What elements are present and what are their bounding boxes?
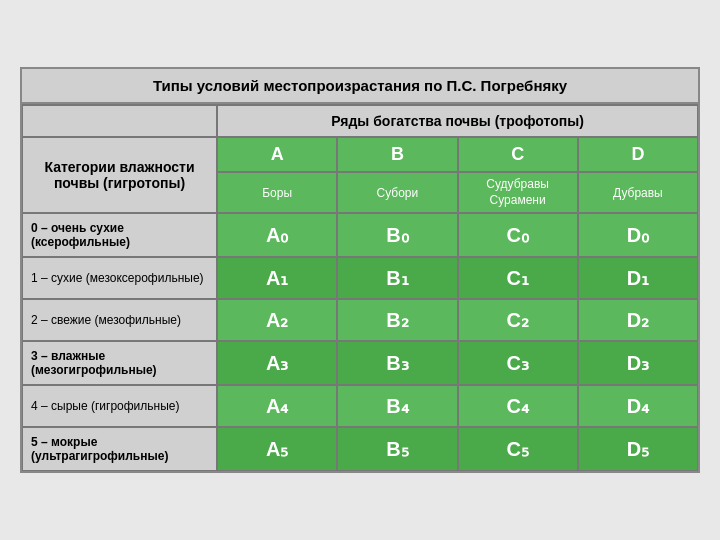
cell-A5: А₅ (217, 427, 337, 471)
cell-B1: В₁ (337, 257, 457, 299)
cell-C5: С₅ (458, 427, 578, 471)
cell-B4: В₄ (337, 385, 457, 427)
col-header-B: В (337, 137, 457, 172)
cell-C3: С₃ (458, 341, 578, 385)
cell-D4: D₄ (578, 385, 698, 427)
cell-B3: В₃ (337, 341, 457, 385)
col-header-A: А (217, 137, 337, 172)
category-label: Категории влажности почвы (гигротопы) (22, 137, 217, 213)
col-header-C: С (458, 137, 578, 172)
cell-D5: D₅ (578, 427, 698, 471)
col-sub-C: Судубравы Сурамени (458, 172, 578, 213)
row-label-0: 0 – очень сухие (ксерофильные) (22, 213, 217, 257)
cell-C1: С₁ (458, 257, 578, 299)
col-sub-D: Дубравы (578, 172, 698, 213)
cell-A2: А₂ (217, 299, 337, 341)
corner-empty (22, 105, 217, 137)
main-title: Типы условий местопроизрастания по П.С. … (22, 69, 698, 104)
cell-D2: D₂ (578, 299, 698, 341)
cell-B5: В₅ (337, 427, 457, 471)
row-label-3: 3 – влажные (мезогигрофильные) (22, 341, 217, 385)
cell-A1: А₁ (217, 257, 337, 299)
cell-D1: D₁ (578, 257, 698, 299)
cell-B0: В₀ (337, 213, 457, 257)
cell-D0: D₀ (578, 213, 698, 257)
row-label-5: 5 – мокрые (ультрагигрофильные) (22, 427, 217, 471)
main-container: Типы условий местопроизрастания по П.С. … (20, 67, 700, 473)
cell-C2: С₂ (458, 299, 578, 341)
col-sub-B: Субори (337, 172, 457, 213)
row-label-4: 4 – сырые (гигрофильные) (22, 385, 217, 427)
cell-A3: А₃ (217, 341, 337, 385)
cell-A0: А₀ (217, 213, 337, 257)
row-label-2: 2 – свежие (мезофильные) (22, 299, 217, 341)
col-sub-A: Боры (217, 172, 337, 213)
row-label-1: 1 – сухие (мезоксерофильные) (22, 257, 217, 299)
cell-D3: D₃ (578, 341, 698, 385)
cell-B2: В₂ (337, 299, 457, 341)
cell-C4: С₄ (458, 385, 578, 427)
col-header-D: D (578, 137, 698, 172)
richness-header: Ряды богатства почвы (трофотопы) (217, 105, 698, 137)
cell-A4: А₄ (217, 385, 337, 427)
cell-C0: С₀ (458, 213, 578, 257)
